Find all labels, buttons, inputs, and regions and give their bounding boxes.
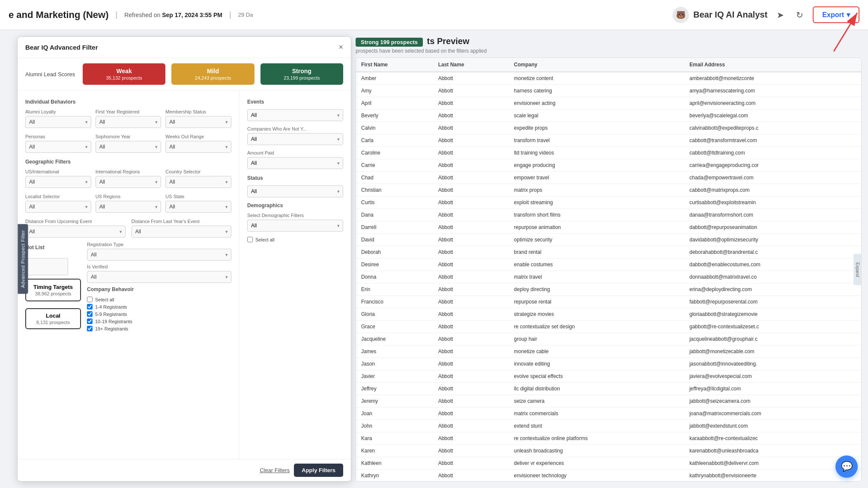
main-layout: Advanced Prospect Filter Bear IQ Advance… — [0, 30, 868, 488]
table-row[interactable]: ErinAbbottdeploy directingerina@deploydi… — [356, 283, 861, 296]
table-row[interactable]: CurtisAbbottexploit streamingcurtisabbot… — [356, 196, 861, 209]
status-select[interactable]: All — [247, 185, 343, 197]
cell-company: group hair — [509, 333, 685, 345]
us-international-select[interactable]: All — [25, 176, 91, 188]
sophomore-year-label: Sophomore Year — [96, 134, 162, 139]
table-row[interactable]: JamesAbbottmonetize cablejabbott@monetiz… — [356, 345, 861, 358]
send-icon[interactable]: ➤ — [774, 7, 787, 23]
demographic-filters-select[interactable]: All — [247, 220, 343, 232]
table-row[interactable]: CarolineAbbottltd training videoscabbott… — [356, 147, 861, 159]
table-row[interactable]: KathrynAbbottenvisioneer technologykathr… — [356, 470, 861, 482]
table-row[interactable]: AmberAbbottmonetize contentamberabbott@m… — [356, 72, 861, 85]
table-row[interactable]: CarrieAbbottengage producingcarriea@enga… — [356, 159, 861, 172]
cell-first: Desiree — [356, 259, 433, 271]
cell-email: kathrynabbott@envisioneerte — [684, 470, 861, 482]
country-selector-select[interactable]: All — [165, 176, 231, 188]
cell-email: beverlya@scalelegal.com — [684, 110, 861, 122]
company-19plus-checkbox[interactable] — [87, 326, 93, 331]
first-year-select[interactable]: All — [96, 116, 162, 128]
table-row[interactable]: AmyAbbottharness cateringamya@harnesscat… — [356, 85, 861, 97]
cell-last: Abbott — [433, 97, 509, 110]
first-year-group: First Year Registered All — [96, 109, 162, 128]
personas-select[interactable]: All — [25, 141, 91, 153]
table-row[interactable]: DonnaAbbottmatrix traveldonnaabbott@matr… — [356, 271, 861, 283]
membership-status-select[interactable]: All — [165, 116, 231, 128]
table-row[interactable]: JacquelineAbbottgroup hairjacquelineabbo… — [356, 333, 861, 345]
table-row[interactable]: KarenAbbottunleash broadcastingkarenabbo… — [356, 445, 861, 457]
apply-filters-button[interactable]: Apply Filters — [294, 464, 343, 477]
cell-company: deliver vr experiences — [509, 457, 685, 470]
registration-type-wrapper: All — [87, 249, 231, 261]
table-row[interactable]: ChristianAbbottmatrix propscabbott@matri… — [356, 184, 861, 196]
table-row[interactable]: DeborahAbbottbrand rentaldeborahabbott@b… — [356, 246, 861, 259]
cell-first: Beverly — [356, 110, 433, 122]
export-button[interactable]: Export ▾ — [813, 6, 859, 23]
company-1-4-checkbox[interactable] — [87, 304, 93, 309]
us-state-select[interactable]: All — [165, 201, 231, 213]
weeks-out-range-select[interactable]: All — [165, 141, 231, 153]
alumni-loyalty-select[interactable]: All — [25, 116, 91, 128]
us-regions-select[interactable]: All — [96, 201, 162, 213]
table-row[interactable]: CalvinAbbottexpedite propscalvinabbott@e… — [356, 122, 861, 134]
localist-selector-group: Localist Selector All — [25, 194, 91, 213]
chat-bubble-button[interactable]: 💬 — [835, 455, 858, 478]
table-row[interactable]: ChadAbbottempower travelchada@empowertra… — [356, 172, 861, 184]
companies-not-select[interactable]: All — [247, 133, 343, 145]
table-row[interactable]: GloriaAbbottstrategize moviesgloriaabbot… — [356, 308, 861, 321]
table-row[interactable]: JasonAbbottinnovate editingjasonabbott@i… — [356, 358, 861, 370]
advanced-prospect-filter-tab[interactable]: Advanced Prospect Filter — [18, 224, 28, 294]
table-row[interactable]: JeremyAbbottseize camerajabbott@seizecam… — [356, 395, 861, 408]
mild-score-button[interactable]: Mild 24,243 prospects — [171, 63, 254, 85]
table-row[interactable]: DanaAbbotttransform short filmsdanaa@tra… — [356, 209, 861, 221]
table-row[interactable]: AprilAbbottenvisioneer actingapril@envis… — [356, 97, 861, 110]
clear-filters-button[interactable]: Clear Filters — [260, 467, 290, 473]
sophomore-year-select[interactable]: All — [96, 141, 162, 153]
cell-email: jabbott@extendstunt.com — [684, 420, 861, 432]
international-regions-select[interactable]: All — [96, 176, 162, 188]
select-all-checkbox[interactable] — [87, 297, 93, 302]
table-row[interactable]: DarrellAbbottrepurpose animationdabbott@… — [356, 221, 861, 234]
amount-paid-select[interactable]: All — [247, 157, 343, 169]
distance-last-year-select[interactable]: All — [132, 226, 232, 238]
registration-type-select[interactable]: All — [87, 249, 231, 261]
app-header: e and Marketing (New) | Refreshed on Sep… — [0, 0, 868, 30]
refresh-icon[interactable]: ↻ — [793, 7, 806, 23]
bear-iq-button[interactable]: 🐻 Bear IQ AI Analyst — [673, 7, 767, 23]
table-row[interactable]: KathleenAbbottdeliver vr experienceskath… — [356, 457, 861, 470]
cell-last: Abbott — [433, 196, 509, 209]
local-button[interactable]: Local 8,131 prospects — [25, 308, 81, 329]
company-10-19-checkbox[interactable] — [87, 318, 93, 324]
geographic-grid1: US/International All International Regio… — [25, 169, 231, 188]
cell-company: repurpose rental — [509, 296, 685, 308]
hot-list-label: Hot List — [25, 244, 81, 250]
table-row[interactable]: JohnAbbottextend stuntjabbott@extendstun… — [356, 420, 861, 432]
table-row[interactable]: BeverlyAbbottscale legalbeverlya@scalele… — [356, 110, 861, 122]
table-row[interactable]: DavidAbbottoptimize securitydavidabbott@… — [356, 234, 861, 246]
timing-targets-button[interactable]: Timing Targets 38,962 prospects — [25, 279, 81, 301]
cell-last: Abbott — [433, 470, 509, 482]
is-verified-select[interactable]: All — [87, 271, 231, 283]
table-row[interactable]: CarlaAbbotttransform travelcabbott@trans… — [356, 134, 861, 147]
table-row[interactable]: JoanAbbottmatrix commercialsjoana@matrix… — [356, 408, 861, 420]
strong-score-button[interactable]: Strong 23,199 prospects — [260, 63, 343, 85]
company-19plus-item: 19+ Registrants — [87, 326, 231, 331]
cell-company: unleash broadcasting — [509, 445, 685, 457]
demographics-select-all-checkbox[interactable] — [247, 237, 253, 242]
cell-email: karenabbott@unleashbroadca — [684, 445, 861, 457]
expand-handle[interactable]: Expand — [853, 254, 861, 286]
registration-type-label: Registration Type — [87, 242, 231, 247]
table-row[interactable]: KaraAbbottre contextualize online platfo… — [356, 432, 861, 445]
weak-score-button[interactable]: Weak 35,132 prospects — [83, 63, 165, 85]
cell-company: enable costumes — [509, 259, 685, 271]
table-row[interactable]: JavierAbbottevolve special effectsjavier… — [356, 370, 861, 383]
events-select[interactable]: All — [247, 109, 343, 121]
close-filter-button[interactable]: × — [338, 43, 343, 52]
company-5-9-checkbox[interactable] — [87, 311, 93, 317]
localist-selector-select[interactable]: All — [25, 201, 91, 213]
table-row[interactable]: GraceAbbottre contextualize set designga… — [356, 321, 861, 333]
distance-upcoming-select[interactable]: All — [25, 226, 126, 238]
table-row[interactable]: JeffreyAbbottllc digital distributionjef… — [356, 383, 861, 395]
table-row[interactable]: FranciscoAbbottrepurpose rentalfabbott@r… — [356, 296, 861, 308]
table-row[interactable]: DesireeAbbottenable costumesdabbott@enab… — [356, 259, 861, 271]
events-wrapper: All — [247, 109, 343, 121]
